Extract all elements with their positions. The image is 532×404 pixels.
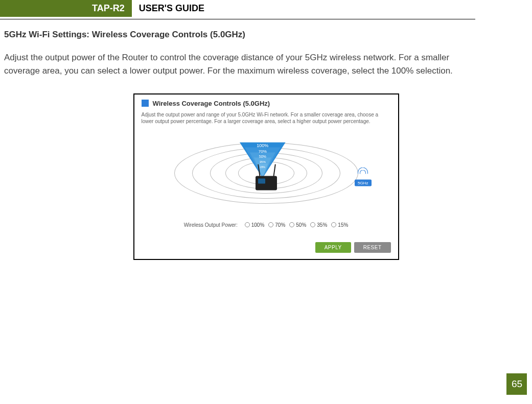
radio-option-label: 50% (296, 222, 306, 228)
guide-title: USER'S GUIDE (132, 0, 212, 17)
settings-panel: Wireless Coverage Controls (5.0GHz) Adju… (133, 93, 399, 260)
wedge-label-50: 50% (259, 155, 266, 158)
page-number: 65 (506, 373, 527, 395)
radio-option-15[interactable]: 15% (331, 222, 348, 228)
coverage-diagram: 100% 70% 50% 35% 15% 5GHz (142, 134, 391, 216)
reset-button[interactable]: RESET (354, 242, 391, 253)
section-body-text: Adjust the output power of the Router to… (4, 51, 479, 78)
panel-bullet-icon (142, 100, 149, 107)
ghz-indicator: 5GHz (355, 167, 371, 186)
panel-description: Adjust the output power and range of you… (142, 111, 391, 125)
radio-option-50[interactable]: 50% (289, 222, 306, 228)
wedge-label-70: 70% (258, 149, 266, 154)
ghz-label-text: 5GHz (355, 179, 371, 186)
product-tag: TAP-R2 (0, 0, 132, 17)
radio-icon (310, 222, 315, 227)
wedge-label-100: 100% (257, 143, 268, 148)
radio-icon (331, 222, 336, 227)
wedge-label-35: 35% (259, 160, 266, 163)
radio-option-35[interactable]: 35% (310, 222, 327, 228)
radio-icon (289, 222, 294, 227)
panel-title: Wireless Coverage Controls (5.0GHz) (153, 100, 270, 107)
wifi-icon (356, 167, 369, 178)
radio-icon (268, 222, 273, 227)
radio-option-label: 70% (275, 222, 285, 228)
doc-header: TAP-R2 USER'S GUIDE (0, 0, 532, 17)
radio-option-100[interactable]: 100% (245, 222, 265, 228)
radio-group-label: Wireless Output Power: (184, 222, 238, 228)
apply-button[interactable]: APPLY (315, 242, 351, 253)
panel-header: Wireless Coverage Controls (5.0GHz) (142, 100, 391, 107)
radio-option-label: 15% (338, 222, 348, 228)
router-icon (253, 165, 279, 193)
header-divider (0, 19, 475, 19)
radio-option-label: 35% (317, 222, 327, 228)
output-power-radio-group: Wireless Output Power: 100% 70% 50% 35% … (142, 222, 391, 228)
panel-button-row: APPLY RESET (142, 242, 391, 253)
radio-icon (245, 222, 250, 227)
section-heading: 5GHz Wi-Fi Settings: Wireless Coverage C… (4, 30, 528, 40)
radio-option-label: 100% (251, 222, 265, 228)
radio-option-70[interactable]: 70% (268, 222, 285, 228)
